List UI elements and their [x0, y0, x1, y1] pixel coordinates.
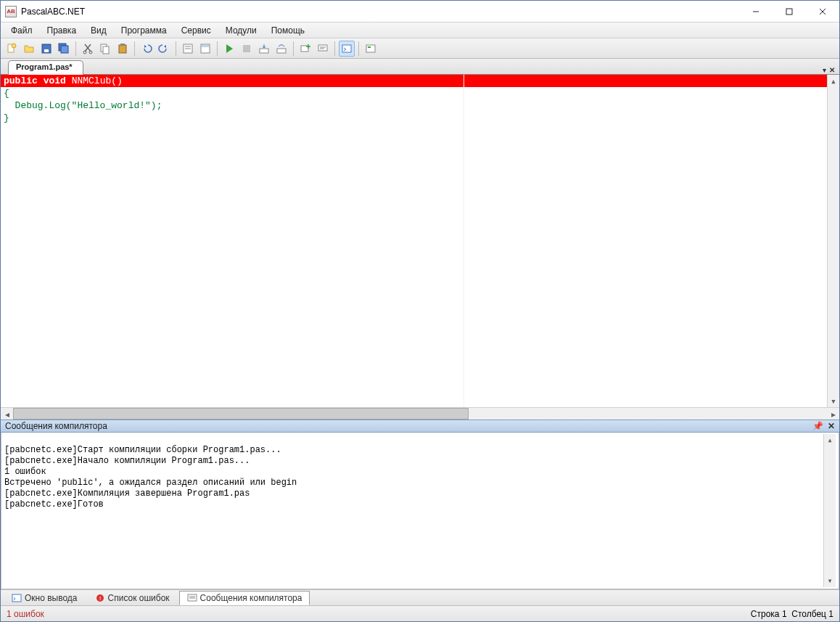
- tab-close-icon[interactable]: ✕: [829, 66, 835, 74]
- panel-vertical-scrollbar[interactable]: ▴ ▾: [823, 434, 836, 587]
- toolbar-separator: [75, 41, 76, 56]
- properties-icon[interactable]: [180, 41, 196, 57]
- compiler-panel-body: [pabcnetc.exe]Старт компиляции сборки Pr…: [1, 433, 839, 589]
- comment-icon[interactable]: [315, 41, 331, 57]
- close-button[interactable]: [806, 1, 839, 22]
- menu-bar: Файл Правка Вид Программа Сервис Модули …: [1, 22, 839, 38]
- maximize-button[interactable]: [773, 1, 806, 22]
- editor-vertical-scrollbar[interactable]: ▴ ▾: [827, 75, 839, 407]
- scroll-thumb[interactable]: [13, 408, 469, 420]
- scroll-track[interactable]: [13, 408, 827, 420]
- toolbar-separator: [334, 41, 335, 56]
- editor-split-marker: [464, 75, 464, 407]
- scroll-up-icon[interactable]: ▴: [828, 75, 839, 87]
- paste-icon[interactable]: [115, 41, 131, 57]
- menu-modules[interactable]: Модули: [218, 24, 264, 37]
- add-watch-icon[interactable]: [297, 41, 313, 57]
- editor-horizontal-scrollbar[interactable]: ◂ ▸: [1, 407, 839, 420]
- svg-rect-23: [277, 49, 286, 53]
- save-icon[interactable]: [38, 41, 54, 57]
- compiler-output-text[interactable]: [pabcnetc.exe]Старт компиляции сборки Pr…: [4, 434, 823, 587]
- run-icon[interactable]: [221, 41, 237, 57]
- editor-tab-active[interactable]: Program1.pas*: [8, 60, 83, 75]
- svg-point-5: [12, 44, 16, 48]
- app-icon: AB: [5, 6, 17, 17]
- svg-rect-15: [120, 44, 125, 46]
- svg-rect-29: [366, 45, 375, 52]
- svg-rect-1: [786, 9, 792, 15]
- save-all-icon[interactable]: [56, 41, 72, 57]
- toolbar-separator: [293, 41, 294, 56]
- menu-help[interactable]: Помощь: [264, 24, 312, 37]
- status-error-count: 1 ошибок: [7, 609, 44, 619]
- menu-file[interactable]: Файл: [4, 24, 40, 37]
- title-bar: AB PascalABC.NET: [1, 1, 839, 22]
- step-over-icon[interactable]: [273, 41, 289, 57]
- svg-rect-22: [260, 49, 268, 53]
- toolbar-separator: [217, 41, 218, 56]
- svg-rect-14: [119, 45, 126, 53]
- toolbar-separator: [358, 41, 359, 56]
- output-window-icon[interactable]: [339, 41, 355, 57]
- step-into-icon[interactable]: [256, 41, 272, 57]
- scroll-right-icon[interactable]: ▸: [827, 408, 839, 420]
- stop-icon[interactable]: [239, 41, 255, 57]
- editor-tab-bar: Program1.pas* ▾ ✕: [1, 59, 839, 75]
- bottom-tab-label: Окно вывода: [25, 593, 78, 603]
- menu-service[interactable]: Сервис: [174, 24, 218, 37]
- svg-rect-21: [243, 45, 250, 52]
- scroll-track[interactable]: [824, 446, 836, 575]
- redo-icon[interactable]: [156, 41, 172, 57]
- svg-rect-13: [103, 46, 109, 54]
- svg-rect-7: [44, 49, 49, 52]
- toolbar-separator: [176, 41, 176, 56]
- bottom-tab-output[interactable]: Окно вывода: [4, 591, 86, 605]
- menu-view[interactable]: Вид: [83, 24, 114, 37]
- find-icon[interactable]: [197, 41, 213, 57]
- error-list-icon: !: [95, 593, 105, 603]
- open-folder-icon[interactable]: [21, 41, 37, 57]
- minimize-button[interactable]: [739, 1, 773, 22]
- tab-dropdown-icon[interactable]: ▾: [823, 66, 826, 74]
- cut-icon[interactable]: [80, 41, 96, 57]
- status-cursor-position: Строка 1 Столбец 1: [751, 609, 833, 619]
- copy-icon[interactable]: [97, 41, 113, 57]
- bottom-tab-bar: Окно вывода ! Список ошибок Сообщения ко…: [1, 589, 839, 605]
- new-file-icon[interactable]: [4, 41, 20, 57]
- module-icon[interactable]: [363, 41, 379, 57]
- scroll-up-icon[interactable]: ▴: [824, 434, 836, 446]
- undo-icon[interactable]: [139, 41, 155, 57]
- svg-rect-31: [12, 594, 21, 602]
- code-line: {: [1, 87, 827, 99]
- svg-rect-9: [61, 46, 68, 53]
- menu-edit[interactable]: Правка: [40, 24, 84, 37]
- svg-rect-25: [318, 45, 327, 51]
- compiler-messages-icon: [187, 593, 197, 603]
- pin-icon[interactable]: 📌: [812, 421, 823, 431]
- status-bar: 1 ошибок Строка 1 Столбец 1: [1, 605, 839, 621]
- bottom-tab-label: Сообщения компилятора: [200, 593, 302, 603]
- menu-program[interactable]: Программа: [114, 24, 174, 37]
- bottom-tab-errors[interactable]: ! Список ошибок: [87, 591, 178, 605]
- output-icon: [12, 593, 22, 603]
- svg-rect-20: [202, 45, 209, 47]
- code-editor[interactable]: public void NNMClub() { Debug.Log("Hello…: [1, 75, 839, 407]
- code-line: }: [1, 112, 827, 124]
- svg-rect-30: [368, 46, 371, 48]
- scroll-down-icon[interactable]: ▾: [824, 575, 836, 587]
- bottom-tab-compiler[interactable]: Сообщения компилятора: [179, 591, 310, 605]
- svg-rect-28: [342, 45, 351, 52]
- bottom-tab-label: Список ошибок: [108, 593, 170, 603]
- scroll-down-icon[interactable]: ▾: [828, 395, 839, 407]
- svg-text:!: !: [99, 595, 100, 602]
- code-line: Debug.Log("Hello_world!");: [1, 99, 827, 112]
- scroll-left-icon[interactable]: ◂: [1, 408, 13, 420]
- compiler-panel-header: Сообщения компилятора 📌 ✕: [1, 420, 839, 433]
- toolbar-separator: [134, 41, 135, 56]
- panel-close-icon[interactable]: ✕: [828, 421, 835, 431]
- compiler-panel-title: Сообщения компилятора: [5, 421, 107, 431]
- scroll-track[interactable]: [828, 87, 839, 395]
- code-line-error: public void NNMClub(): [1, 75, 827, 87]
- window-title: PascalABC.NET: [21, 7, 85, 17]
- toolbar: [1, 38, 839, 59]
